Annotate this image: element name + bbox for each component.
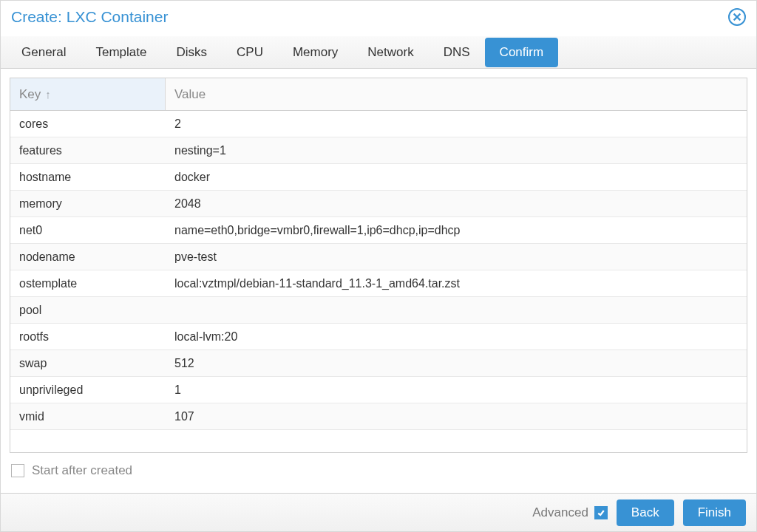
cell-key: features xyxy=(10,137,166,163)
table-row[interactable]: swap512 xyxy=(10,350,747,377)
cell-key: rootfs xyxy=(10,324,166,349)
titlebar: Create: LXC Container xyxy=(1,1,756,36)
table-row[interactable]: hostnamedocker xyxy=(10,164,747,191)
tab-disks[interactable]: Disks xyxy=(161,38,222,67)
tab-dns[interactable]: DNS xyxy=(429,38,485,67)
cell-value: 512 xyxy=(166,350,747,376)
start-after-label: Start after created xyxy=(32,463,132,478)
table-row[interactable]: cores2 xyxy=(10,111,747,137)
tab-general[interactable]: General xyxy=(7,38,81,67)
cell-value: local-lvm:20 xyxy=(166,324,747,349)
advanced-toggle[interactable]: Advanced xyxy=(532,505,608,520)
create-lxc-window: Create: LXC Container GeneralTemplateDis… xyxy=(0,0,757,532)
cell-value: 2048 xyxy=(166,191,747,216)
cell-key: pool xyxy=(10,297,166,323)
wizard-footer: Advanced Back Finish xyxy=(1,493,756,531)
tab-network[interactable]: Network xyxy=(353,38,428,67)
cell-key: net0 xyxy=(10,217,166,243)
sort-asc-icon: ↑ xyxy=(45,88,51,100)
tab-confirm[interactable]: Confirm xyxy=(485,38,559,67)
summary-table: Key ↑ Value cores2featuresnesting=1hostn… xyxy=(10,78,747,453)
column-header-key[interactable]: Key ↑ xyxy=(10,78,166,110)
cell-value xyxy=(166,297,747,323)
cell-value: 2 xyxy=(166,111,747,137)
cell-key: vmid xyxy=(10,403,166,429)
table-row[interactable]: memory2048 xyxy=(10,191,747,217)
cell-key: swap xyxy=(10,350,166,376)
cell-value: pve-test xyxy=(166,244,747,270)
tab-memory[interactable]: Memory xyxy=(278,38,353,67)
window-title: Create: LXC Container xyxy=(11,8,168,26)
table-row[interactable]: net0name=eth0,bridge=vmbr0,firewall=1,ip… xyxy=(10,217,747,244)
cell-value: name=eth0,bridge=vmbr0,firewall=1,ip6=dh… xyxy=(166,217,747,243)
table-row[interactable]: unprivileged1 xyxy=(10,377,747,403)
cell-value: local:vztmpl/debian-11-standard_11.3-1_a… xyxy=(166,270,747,296)
start-after-row: Start after created xyxy=(10,453,747,484)
cell-key: nodename xyxy=(10,244,166,270)
tab-cpu[interactable]: CPU xyxy=(222,38,278,67)
column-header-value[interactable]: Value xyxy=(166,78,747,110)
wizard-tabs: GeneralTemplateDisksCPUMemoryNetworkDNSC… xyxy=(1,36,756,69)
table-header: Key ↑ Value xyxy=(10,78,747,111)
cell-key: cores xyxy=(10,111,166,137)
cell-value: docker xyxy=(166,164,747,190)
cell-key: memory xyxy=(10,191,166,216)
table-row[interactable]: vmid107 xyxy=(10,403,747,430)
table-row[interactable]: nodenamepve-test xyxy=(10,244,747,270)
table-body: cores2featuresnesting=1hostnamedockermem… xyxy=(10,111,747,452)
cell-key: unprivileged xyxy=(10,377,166,403)
confirm-panel: Key ↑ Value cores2featuresnesting=1hostn… xyxy=(1,69,756,493)
close-icon[interactable] xyxy=(728,8,746,26)
table-row[interactable]: featuresnesting=1 xyxy=(10,137,747,164)
cell-value: 1 xyxy=(166,377,747,403)
cell-value: 107 xyxy=(166,403,747,429)
cell-key: ostemplate xyxy=(10,270,166,296)
tab-template[interactable]: Template xyxy=(81,38,161,67)
table-row[interactable]: rootfslocal-lvm:20 xyxy=(10,324,747,350)
table-row[interactable]: ostemplatelocal:vztmpl/debian-11-standar… xyxy=(10,270,747,297)
cell-value: nesting=1 xyxy=(166,137,747,163)
finish-button[interactable]: Finish xyxy=(683,499,746,526)
column-header-value-label: Value xyxy=(174,87,206,102)
table-row-empty xyxy=(10,430,747,448)
advanced-checkbox[interactable] xyxy=(594,506,608,519)
start-after-checkbox[interactable] xyxy=(11,464,24,477)
advanced-label: Advanced xyxy=(532,505,588,520)
back-button[interactable]: Back xyxy=(617,499,674,526)
cell-key: hostname xyxy=(10,164,166,190)
column-header-key-label: Key xyxy=(19,87,41,102)
table-row[interactable]: pool xyxy=(10,297,747,324)
